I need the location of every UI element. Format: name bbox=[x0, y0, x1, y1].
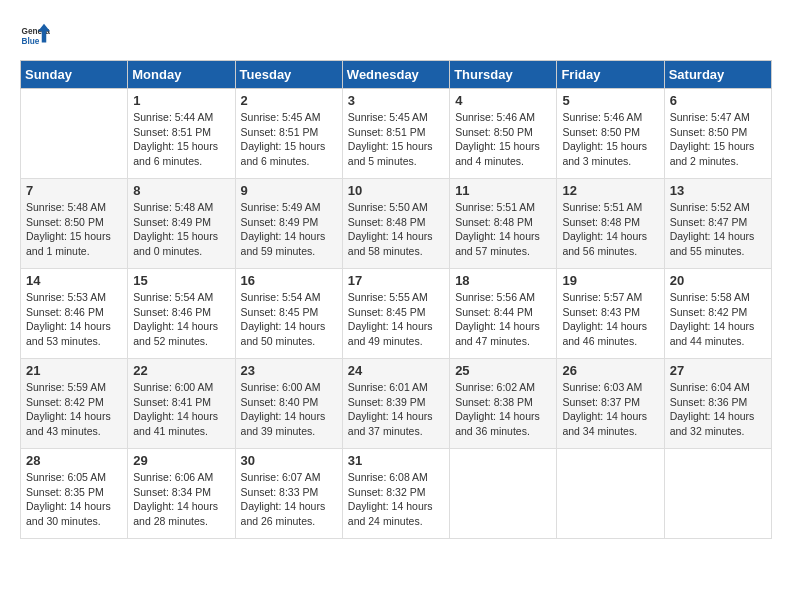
day-info: Sunrise: 5:58 AM Sunset: 8:42 PM Dayligh… bbox=[670, 290, 766, 349]
calendar-cell: 6Sunrise: 5:47 AM Sunset: 8:50 PM Daylig… bbox=[664, 89, 771, 179]
day-number: 5 bbox=[562, 93, 658, 108]
calendar-header-row: SundayMondayTuesdayWednesdayThursdayFrid… bbox=[21, 61, 772, 89]
day-of-week-header: Tuesday bbox=[235, 61, 342, 89]
calendar-week-row: 7Sunrise: 5:48 AM Sunset: 8:50 PM Daylig… bbox=[21, 179, 772, 269]
day-number: 29 bbox=[133, 453, 229, 468]
calendar-cell: 4Sunrise: 5:46 AM Sunset: 8:50 PM Daylig… bbox=[450, 89, 557, 179]
svg-text:Blue: Blue bbox=[22, 37, 40, 46]
logo-icon: GeneralBlue bbox=[20, 20, 50, 50]
day-of-week-header: Thursday bbox=[450, 61, 557, 89]
day-number: 8 bbox=[133, 183, 229, 198]
day-number: 7 bbox=[26, 183, 122, 198]
page-header: GeneralBlue bbox=[20, 20, 772, 50]
calendar-week-row: 28Sunrise: 6:05 AM Sunset: 8:35 PM Dayli… bbox=[21, 449, 772, 539]
day-number: 9 bbox=[241, 183, 337, 198]
day-info: Sunrise: 5:45 AM Sunset: 8:51 PM Dayligh… bbox=[348, 110, 444, 169]
day-number: 23 bbox=[241, 363, 337, 378]
day-info: Sunrise: 6:00 AM Sunset: 8:41 PM Dayligh… bbox=[133, 380, 229, 439]
calendar-week-row: 1Sunrise: 5:44 AM Sunset: 8:51 PM Daylig… bbox=[21, 89, 772, 179]
calendar-cell: 1Sunrise: 5:44 AM Sunset: 8:51 PM Daylig… bbox=[128, 89, 235, 179]
day-of-week-header: Wednesday bbox=[342, 61, 449, 89]
day-info: Sunrise: 5:46 AM Sunset: 8:50 PM Dayligh… bbox=[455, 110, 551, 169]
day-info: Sunrise: 6:08 AM Sunset: 8:32 PM Dayligh… bbox=[348, 470, 444, 529]
calendar-cell: 31Sunrise: 6:08 AM Sunset: 8:32 PM Dayli… bbox=[342, 449, 449, 539]
calendar-cell: 8Sunrise: 5:48 AM Sunset: 8:49 PM Daylig… bbox=[128, 179, 235, 269]
calendar-cell: 26Sunrise: 6:03 AM Sunset: 8:37 PM Dayli… bbox=[557, 359, 664, 449]
calendar-cell: 28Sunrise: 6:05 AM Sunset: 8:35 PM Dayli… bbox=[21, 449, 128, 539]
calendar-cell: 7Sunrise: 5:48 AM Sunset: 8:50 PM Daylig… bbox=[21, 179, 128, 269]
day-info: Sunrise: 6:05 AM Sunset: 8:35 PM Dayligh… bbox=[26, 470, 122, 529]
calendar-cell: 19Sunrise: 5:57 AM Sunset: 8:43 PM Dayli… bbox=[557, 269, 664, 359]
day-info: Sunrise: 5:57 AM Sunset: 8:43 PM Dayligh… bbox=[562, 290, 658, 349]
day-info: Sunrise: 6:04 AM Sunset: 8:36 PM Dayligh… bbox=[670, 380, 766, 439]
day-number: 18 bbox=[455, 273, 551, 288]
day-info: Sunrise: 5:52 AM Sunset: 8:47 PM Dayligh… bbox=[670, 200, 766, 259]
calendar-cell: 17Sunrise: 5:55 AM Sunset: 8:45 PM Dayli… bbox=[342, 269, 449, 359]
logo: GeneralBlue bbox=[20, 20, 50, 50]
day-number: 31 bbox=[348, 453, 444, 468]
calendar-cell: 10Sunrise: 5:50 AM Sunset: 8:48 PM Dayli… bbox=[342, 179, 449, 269]
day-number: 22 bbox=[133, 363, 229, 378]
day-number: 4 bbox=[455, 93, 551, 108]
day-number: 19 bbox=[562, 273, 658, 288]
day-info: Sunrise: 6:00 AM Sunset: 8:40 PM Dayligh… bbox=[241, 380, 337, 439]
day-number: 27 bbox=[670, 363, 766, 378]
day-number: 25 bbox=[455, 363, 551, 378]
calendar-cell: 22Sunrise: 6:00 AM Sunset: 8:41 PM Dayli… bbox=[128, 359, 235, 449]
day-number: 13 bbox=[670, 183, 766, 198]
day-info: Sunrise: 5:54 AM Sunset: 8:45 PM Dayligh… bbox=[241, 290, 337, 349]
day-info: Sunrise: 5:51 AM Sunset: 8:48 PM Dayligh… bbox=[562, 200, 658, 259]
day-info: Sunrise: 5:46 AM Sunset: 8:50 PM Dayligh… bbox=[562, 110, 658, 169]
calendar-cell bbox=[664, 449, 771, 539]
calendar-cell: 12Sunrise: 5:51 AM Sunset: 8:48 PM Dayli… bbox=[557, 179, 664, 269]
day-number: 15 bbox=[133, 273, 229, 288]
day-info: Sunrise: 6:02 AM Sunset: 8:38 PM Dayligh… bbox=[455, 380, 551, 439]
day-info: Sunrise: 5:50 AM Sunset: 8:48 PM Dayligh… bbox=[348, 200, 444, 259]
day-number: 28 bbox=[26, 453, 122, 468]
calendar-cell bbox=[450, 449, 557, 539]
calendar-cell: 18Sunrise: 5:56 AM Sunset: 8:44 PM Dayli… bbox=[450, 269, 557, 359]
day-number: 21 bbox=[26, 363, 122, 378]
day-info: Sunrise: 6:06 AM Sunset: 8:34 PM Dayligh… bbox=[133, 470, 229, 529]
calendar-cell: 11Sunrise: 5:51 AM Sunset: 8:48 PM Dayli… bbox=[450, 179, 557, 269]
calendar-table: SundayMondayTuesdayWednesdayThursdayFrid… bbox=[20, 60, 772, 539]
day-number: 20 bbox=[670, 273, 766, 288]
day-of-week-header: Friday bbox=[557, 61, 664, 89]
day-number: 11 bbox=[455, 183, 551, 198]
day-of-week-header: Sunday bbox=[21, 61, 128, 89]
calendar-week-row: 14Sunrise: 5:53 AM Sunset: 8:46 PM Dayli… bbox=[21, 269, 772, 359]
day-info: Sunrise: 5:45 AM Sunset: 8:51 PM Dayligh… bbox=[241, 110, 337, 169]
day-number: 10 bbox=[348, 183, 444, 198]
day-number: 3 bbox=[348, 93, 444, 108]
calendar-cell: 9Sunrise: 5:49 AM Sunset: 8:49 PM Daylig… bbox=[235, 179, 342, 269]
calendar-cell bbox=[21, 89, 128, 179]
calendar-cell: 15Sunrise: 5:54 AM Sunset: 8:46 PM Dayli… bbox=[128, 269, 235, 359]
day-info: Sunrise: 5:56 AM Sunset: 8:44 PM Dayligh… bbox=[455, 290, 551, 349]
day-info: Sunrise: 5:44 AM Sunset: 8:51 PM Dayligh… bbox=[133, 110, 229, 169]
day-info: Sunrise: 6:07 AM Sunset: 8:33 PM Dayligh… bbox=[241, 470, 337, 529]
calendar-cell: 2Sunrise: 5:45 AM Sunset: 8:51 PM Daylig… bbox=[235, 89, 342, 179]
day-info: Sunrise: 5:48 AM Sunset: 8:50 PM Dayligh… bbox=[26, 200, 122, 259]
calendar-cell: 30Sunrise: 6:07 AM Sunset: 8:33 PM Dayli… bbox=[235, 449, 342, 539]
day-number: 16 bbox=[241, 273, 337, 288]
calendar-cell: 24Sunrise: 6:01 AM Sunset: 8:39 PM Dayli… bbox=[342, 359, 449, 449]
calendar-cell: 25Sunrise: 6:02 AM Sunset: 8:38 PM Dayli… bbox=[450, 359, 557, 449]
day-info: Sunrise: 6:03 AM Sunset: 8:37 PM Dayligh… bbox=[562, 380, 658, 439]
day-number: 24 bbox=[348, 363, 444, 378]
calendar-cell: 29Sunrise: 6:06 AM Sunset: 8:34 PM Dayli… bbox=[128, 449, 235, 539]
calendar-week-row: 21Sunrise: 5:59 AM Sunset: 8:42 PM Dayli… bbox=[21, 359, 772, 449]
day-info: Sunrise: 5:49 AM Sunset: 8:49 PM Dayligh… bbox=[241, 200, 337, 259]
day-info: Sunrise: 5:51 AM Sunset: 8:48 PM Dayligh… bbox=[455, 200, 551, 259]
day-number: 1 bbox=[133, 93, 229, 108]
day-number: 17 bbox=[348, 273, 444, 288]
day-number: 14 bbox=[26, 273, 122, 288]
day-info: Sunrise: 5:59 AM Sunset: 8:42 PM Dayligh… bbox=[26, 380, 122, 439]
calendar-cell: 20Sunrise: 5:58 AM Sunset: 8:42 PM Dayli… bbox=[664, 269, 771, 359]
calendar-cell: 23Sunrise: 6:00 AM Sunset: 8:40 PM Dayli… bbox=[235, 359, 342, 449]
day-number: 26 bbox=[562, 363, 658, 378]
calendar-cell: 21Sunrise: 5:59 AM Sunset: 8:42 PM Dayli… bbox=[21, 359, 128, 449]
calendar-cell bbox=[557, 449, 664, 539]
day-number: 6 bbox=[670, 93, 766, 108]
day-number: 2 bbox=[241, 93, 337, 108]
day-of-week-header: Monday bbox=[128, 61, 235, 89]
